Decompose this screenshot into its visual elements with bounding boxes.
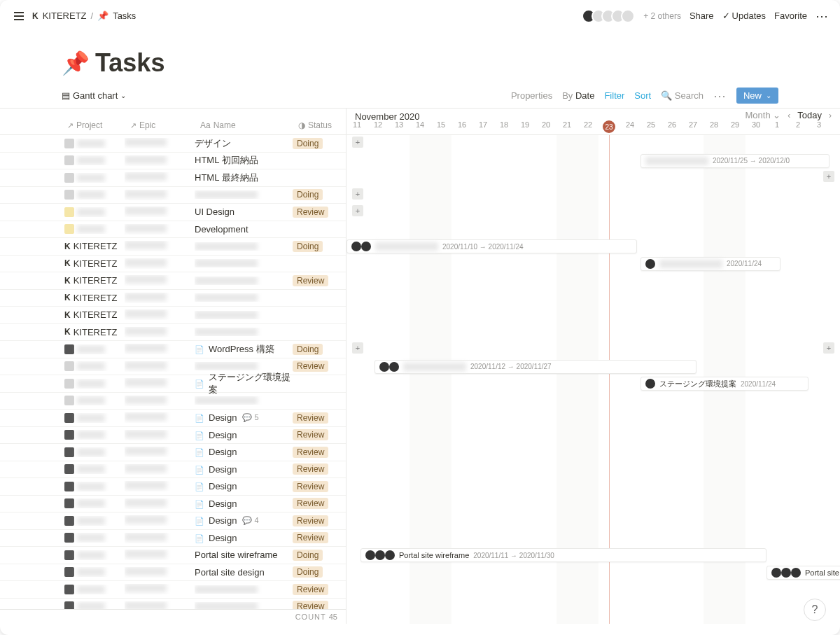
page-icon[interactable]: 📌 [62,50,90,76]
timeline-panel[interactable]: November 2020 Month ⌄ ‹ Today › 11121314… [346,109,840,624]
date-cell: 13 [388,120,410,133]
project-icon [64,155,74,165]
comment-count: 💬 4 [242,516,258,525]
presence-avatars[interactable] [586,9,635,23]
table-row[interactable]: KKITERETZ [0,290,346,307]
col-project[interactable]: Project [62,120,125,130]
table-row[interactable]: Doing [0,187,346,204]
task-name: デザイン [195,137,231,150]
avatar [645,379,655,389]
project-icon: K [64,310,71,320]
table-row[interactable]: HTML 最終納品 [0,169,346,187]
project-icon: K [64,293,71,302]
filter-button[interactable]: Filter [604,90,624,101]
help-button[interactable]: ? [804,599,826,621]
project-icon [64,533,74,543]
col-name[interactable]: Aa Name [195,120,293,130]
col-epic[interactable]: Epic [125,120,195,130]
table-row[interactable]: KKITERETZReview [0,272,346,290]
search-button[interactable]: 🔍 Search [661,90,704,101]
add-bar-button[interactable]: + [352,137,363,148]
table-row[interactable]: DesignReview [0,444,346,461]
gantt-bar[interactable]: 2020/11/25 → 2020/12/0 [640,154,830,168]
task-name: Design [209,447,237,457]
gantt-bar[interactable]: ステージング環境提案2020/11/24 [640,377,808,391]
more-icon[interactable]: ⋯ [816,8,829,24]
page-title-text[interactable]: Tasks [95,48,164,78]
table-row[interactable]: WordPress 構築Doing [0,341,346,358]
redacted [195,585,258,594]
table-row[interactable]: Design💬 5Review [0,410,346,427]
table-row[interactable]: DesignReview [0,496,346,513]
add-bar-button[interactable]: + [352,188,363,200]
table-row[interactable]: ステージング環境提案 [0,375,346,393]
share-button[interactable]: Share [690,11,714,21]
status-badge: Review [293,275,328,286]
date-cell: 11 [346,120,368,133]
table-row[interactable]: HTML 初回納品 [0,153,346,170]
menu-icon[interactable] [11,9,27,23]
properties-button[interactable]: Properties [511,90,552,101]
redacted [77,499,105,508]
redacted [125,344,167,352]
redacted [125,447,167,455]
task-name: Design [209,515,237,526]
gantt-bar[interactable]: Portal site [766,566,840,580]
table-row[interactable]: DesignReview [0,461,346,479]
project-name: KITERETZ [74,258,118,269]
redacted [125,396,167,404]
task-name: Design [209,464,237,475]
table-row[interactable]: DesignReview [0,478,346,496]
redacted [125,190,167,198]
text-icon: Aa [200,120,211,130]
table-row[interactable]: Review [0,581,346,599]
table-row[interactable]: DesignReview [0,427,346,445]
avatar [389,362,399,372]
redacted [659,260,722,268]
document-icon [195,447,206,457]
add-bar-button[interactable]: + [823,342,834,354]
add-bar-button[interactable]: + [352,342,363,354]
redacted [195,328,258,336]
table-row[interactable]: Review [0,358,346,376]
task-name: Portal site design [195,567,265,578]
group-by[interactable]: By Date [562,90,594,101]
table-row[interactable]: UI DesignReview [0,204,346,221]
redacted [125,567,167,575]
table-row[interactable]: Portal site wireframeDoing [0,547,346,564]
updates-button[interactable]: Updates [722,11,766,21]
others-count[interactable]: + 2 others [643,11,681,21]
table-row[interactable]: Design💬 4Review [0,512,346,530]
add-bar-button[interactable]: + [352,205,363,216]
next-button[interactable]: › [829,111,832,120]
redacted [77,174,105,182]
table-row[interactable]: Review [0,599,346,610]
timeline-body[interactable]: +2020/11/25 → 2020/12/0+++2020/11/10 → 2… [346,135,840,624]
table-row[interactable]: DesignReview [0,530,346,547]
breadcrumb-page[interactable]: Tasks [113,11,136,21]
view-switcher[interactable]: ▤ Gantt chart ⌄ [62,90,126,101]
gantt-bar[interactable]: 2020/11/24 [640,257,780,271]
scale-selector[interactable]: Month ⌄ [746,110,781,120]
today-button[interactable]: Today [797,110,822,120]
gantt-bar[interactable]: 2020/11/10 → 2020/11/24 [346,239,637,253]
table-row[interactable]: KKITERETZ [0,307,346,324]
table-row[interactable]: Portal site designDoing [0,564,346,582]
table-row[interactable]: デザインDoing [0,135,346,153]
add-bar-button[interactable]: + [823,171,834,182]
prev-button[interactable]: ‹ [788,111,790,120]
col-status[interactable]: ◑ Status [293,120,342,130]
table-row[interactable]: KKITERETZ [0,324,346,342]
new-button[interactable]: New⌄ [736,88,778,104]
gantt-bar[interactable]: Portal site wireframe2020/11/11 → 2020/1… [360,548,766,562]
breadcrumb-workspace[interactable]: KITERETZ [43,11,87,21]
table-row[interactable] [0,393,346,410]
gantt-bar[interactable]: 2020/11/12 → 2020/11/27 [374,360,696,374]
redacted [125,361,167,370]
table-row[interactable]: KKITERETZDoing [0,238,346,256]
view-more-icon[interactable]: ⋯ [713,88,727,104]
table-row[interactable]: Development [0,221,346,239]
table-row[interactable]: KKITERETZ [0,256,346,273]
sort-button[interactable]: Sort [634,90,651,101]
favorite-button[interactable]: Favorite [774,11,807,21]
